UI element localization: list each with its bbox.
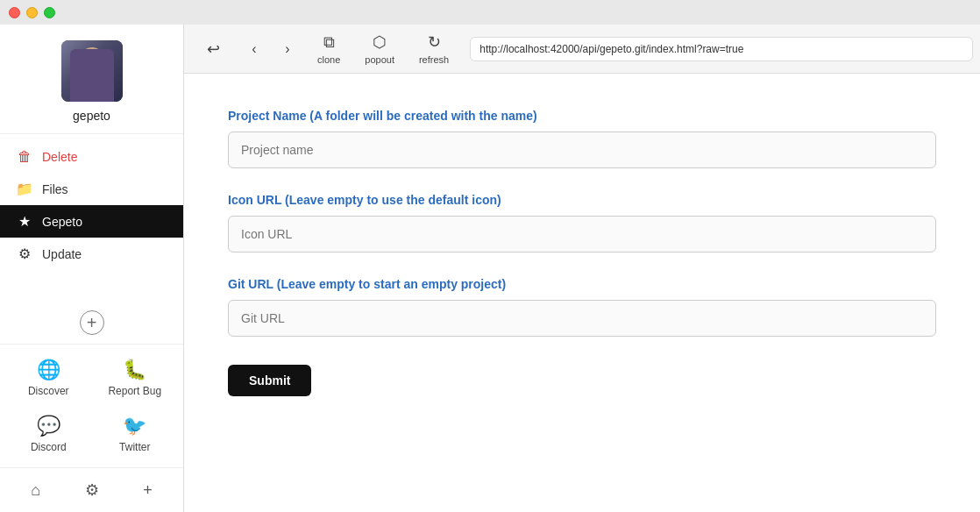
home-button[interactable]: ⌂ xyxy=(24,478,47,503)
forward-arrow-icon: › xyxy=(285,41,289,57)
app-body: gepeto 🗑 Delete 📁 Files ★ Gepeto ⚙ Updat… xyxy=(0,25,980,512)
back-button[interactable]: ‹ xyxy=(238,33,270,65)
sidebar-nav: 🗑 Delete 📁 Files ★ Gepeto ⚙ Update xyxy=(0,134,183,302)
sidebar-item-gepeto[interactable]: ★ Gepeto xyxy=(0,205,183,238)
back-arrow-icon: ‹ xyxy=(252,41,256,57)
avatar-figure xyxy=(70,49,114,102)
popout-label: popout xyxy=(365,54,394,65)
discover-link[interactable]: 🌐 Discover xyxy=(7,352,90,404)
avatar-image xyxy=(61,40,123,102)
toolbar-nav: ‹ › xyxy=(238,33,303,65)
url-bar[interactable] xyxy=(470,37,973,61)
clone-label: clone xyxy=(317,54,340,65)
maximize-button[interactable] xyxy=(44,7,55,18)
icon-url-section: Icon URL (Leave empty to use the default… xyxy=(228,193,936,252)
project-name-label: Project Name (A folder will be created w… xyxy=(228,109,936,123)
sidebar-item-files[interactable]: 📁 Files xyxy=(0,173,183,205)
icon-url-label: Icon URL (Leave empty to use the default… xyxy=(228,193,936,207)
git-url-label: Git URL (Leave empty to start an empty p… xyxy=(228,277,936,291)
sidebar-profile: gepeto xyxy=(0,25,183,134)
star-icon: ★ xyxy=(16,213,33,230)
discover-label: Discover xyxy=(28,385,69,397)
forward-button[interactable]: › xyxy=(272,33,303,65)
popout-icon: ⬡ xyxy=(373,32,387,52)
back-to-root-button[interactable]: ↩ xyxy=(191,36,235,62)
bug-icon: 🐛 xyxy=(123,359,146,381)
sidebar-bottom-bar: ⌂ ⚙ + xyxy=(0,467,183,512)
sidebar-add[interactable]: + xyxy=(0,302,183,344)
popout-button[interactable]: ⬡ popout xyxy=(354,29,405,68)
sidebar-item-label-delete: Delete xyxy=(42,150,77,164)
globe-icon: 🌐 xyxy=(37,359,60,381)
add-project-button[interactable]: + xyxy=(80,310,104,335)
clone-icon: ⧉ xyxy=(323,33,335,52)
discord-icon: 💬 xyxy=(37,415,60,437)
sidebar-item-label-gepeto: Gepeto xyxy=(42,215,82,229)
folder-icon: 📁 xyxy=(16,181,33,197)
twitter-link[interactable]: 🐦 Twitter xyxy=(94,408,177,460)
sidebar-item-delete[interactable]: 🗑 Delete xyxy=(0,141,183,173)
refresh-label: refresh xyxy=(419,54,449,65)
content-area: ↩ ‹ › ⧉ clone ⬡ popout ↻ refresh xyxy=(184,25,980,512)
refresh-icon: ↻ xyxy=(428,32,441,52)
main-content: Project Name (A folder will be created w… xyxy=(184,74,980,512)
twitter-label: Twitter xyxy=(119,441,150,453)
submit-button[interactable]: Submit xyxy=(228,365,311,396)
back-root-icon: ↩ xyxy=(207,39,220,59)
settings-button[interactable]: ⚙ xyxy=(78,477,106,503)
clone-button[interactable]: ⧉ clone xyxy=(307,30,351,68)
sidebar-footer-links: 🌐 Discover 🐛 Report Bug 💬 Discord 🐦 Twit… xyxy=(0,344,183,467)
report-bug-label: Report Bug xyxy=(108,385,161,397)
twitter-icon: 🐦 xyxy=(123,415,146,437)
trash-icon: 🗑 xyxy=(16,149,33,165)
git-url-input[interactable] xyxy=(228,300,936,337)
titlebar xyxy=(0,0,980,25)
toolbar: ↩ ‹ › ⧉ clone ⬡ popout ↻ refresh xyxy=(184,25,980,74)
minimize-button[interactable] xyxy=(26,7,38,18)
sidebar-item-label-update: Update xyxy=(42,247,82,261)
report-bug-link[interactable]: 🐛 Report Bug xyxy=(94,352,177,404)
icon-url-input[interactable] xyxy=(228,216,936,252)
sidebar-item-label-files: Files xyxy=(42,182,68,196)
sidebar-item-update[interactable]: ⚙ Update xyxy=(0,238,183,270)
project-name-input[interactable] xyxy=(228,132,936,168)
git-url-section: Git URL (Leave empty to start an empty p… xyxy=(228,277,936,337)
discord-label: Discord xyxy=(31,441,67,453)
refresh-button[interactable]: ↻ refresh xyxy=(408,29,459,68)
add-bottom-button[interactable]: + xyxy=(136,478,160,503)
sidebar: gepeto 🗑 Delete 📁 Files ★ Gepeto ⚙ Updat… xyxy=(0,25,184,512)
close-button[interactable] xyxy=(9,7,20,18)
project-name-section: Project Name (A folder will be created w… xyxy=(228,109,936,168)
avatar xyxy=(61,40,123,102)
gear-icon: ⚙ xyxy=(16,245,33,262)
discord-link[interactable]: 💬 Discord xyxy=(7,408,90,460)
username: gepeto xyxy=(73,109,110,123)
